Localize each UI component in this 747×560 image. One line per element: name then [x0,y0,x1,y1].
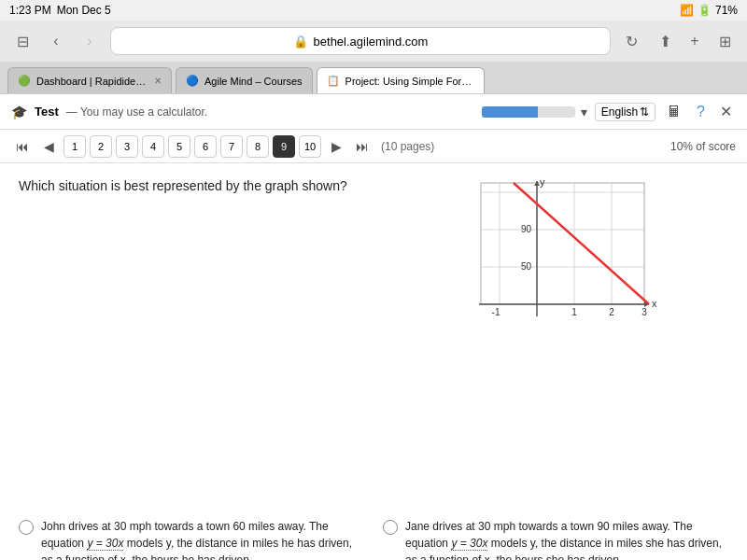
svg-rect-1 [481,183,644,304]
tabs-button[interactable]: ⊞ [712,28,738,54]
main-content: Which situation is best represented by t… [0,163,747,518]
page-btn-3[interactable]: 3 [116,135,138,158]
app-logo-icon: 🎓 [11,105,27,119]
browser-chrome: ⊟ ‹ › 🔒 bethel.agilemind.com ↻ ⬆ + ⊞ 🟢 D… [0,21,747,94]
new-tab-button[interactable]: + [682,28,708,54]
language-selector[interactable]: English ⇅ [595,103,655,121]
battery-icon: 🔋 [698,4,712,17]
tab-dashboard[interactable]: 🟢 Dashboard | Rapididentity ✕ [7,67,172,93]
x-axis-label: x [652,298,657,309]
tab-project[interactable]: 📋 Project: Using Simple Formulas Suppose… [317,67,485,93]
x-tick-2: 2 [609,307,614,317]
option-a-text: John drives at 30 mph towards a town 60 … [41,518,364,560]
progress-bar-fill [482,106,538,118]
language-text: English [601,105,638,119]
url-text: bethel.agilemind.com [314,35,429,49]
answers-grid: John drives at 30 mph towards a town 60 … [0,518,747,560]
left-panel: Which situation is best represented by t… [19,178,364,503]
tabs-bar: 🟢 Dashboard | Rapididentity ✕ 🔵 Agile Mi… [0,62,747,93]
tab-favicon-courses: 🔵 [186,75,199,87]
coordinate-graph: x y -1 1 2 3 50 90 [453,178,658,337]
tab-courses[interactable]: 🔵 Agile Mind – Courses [176,67,313,93]
option-c-text: Jane drives at 30 mph towards a town 90 … [405,518,728,560]
option-c-radio[interactable] [383,520,398,535]
back-button[interactable]: ‹ [43,28,69,54]
tab-label-dashboard: Dashboard | Rapididentity [36,76,148,87]
battery-percent: 71% [715,4,738,17]
test-sublabel: — You may use a calculator. [66,105,207,119]
page-btn-4[interactable]: 4 [142,135,164,158]
y-axis-label: y [540,178,545,188]
tab-close-dashboard[interactable]: ✕ [154,76,162,86]
tab-favicon-project: 📋 [327,75,340,87]
option-c: Jane drives at 30 mph towards a town 90 … [383,518,728,560]
page-btn-5[interactable]: 5 [168,135,190,158]
forward-button[interactable]: › [77,28,103,54]
status-bar: 1:23 PM Mon Dec 5 📶 🔋 71% [0,0,747,21]
app-bar: 🎓 Test — You may use a calculator. ▾ Eng… [0,94,747,130]
sidebar-toggle-button[interactable]: ⊟ [9,28,35,54]
next-page-button[interactable]: ▶ [325,135,347,158]
refresh-button[interactable]: ↻ [618,28,644,54]
tab-favicon-dashboard: 🟢 [18,75,31,87]
x-tick-1: 1 [571,307,577,317]
x-tick-minus1: -1 [492,307,500,317]
address-bar[interactable]: 🔒 bethel.agilemind.com [110,27,611,55]
pages-count: (10 pages) [381,140,434,153]
option-a-eq: y = 30x [87,537,123,551]
page-btn-9[interactable]: 9 [273,135,295,158]
pagination-bar: ⏮ ◀ 1 2 3 4 5 6 7 8 9 10 ▶ ⏭ (10 pages) … [0,130,747,163]
progress-container: ▾ [482,105,587,119]
tab-label-courses: Agile Mind – Courses [204,76,303,87]
y-tick-50: 50 [521,261,532,272]
x-tick-3: 3 [641,307,647,317]
option-c-eq: y = 30x [451,537,487,551]
date: Mon Dec 5 [57,4,111,17]
page-btn-1[interactable]: 1 [63,135,86,158]
option-a: John drives at 30 mph towards a town 60 … [19,518,364,560]
page-btn-6[interactable]: 6 [194,135,217,158]
wifi-icon: 📶 [680,4,694,17]
last-page-button[interactable]: ⏭ [351,135,374,158]
graph-panel: x y -1 1 2 3 50 90 [383,178,728,503]
progress-arrow-btn[interactable]: ▾ [581,105,587,119]
progress-bar-wrap [482,106,575,118]
share-button[interactable]: ⬆ [652,28,678,54]
score-text: 10% of score [670,140,736,153]
lock-icon: 🔒 [293,35,308,49]
first-page-button[interactable]: ⏮ [11,135,34,158]
help-button[interactable]: ? [693,102,709,122]
prev-page-button[interactable]: ◀ [37,135,60,158]
lang-arrow-icon: ⇅ [640,105,649,119]
page-btn-2[interactable]: 2 [90,135,112,158]
option-a-radio[interactable] [19,520,34,535]
test-label: Test [35,105,59,119]
page-btn-7[interactable]: 7 [220,135,243,158]
question-text: Which situation is best represented by t… [19,178,364,193]
time: 1:23 PM [9,4,51,17]
graph-container: x y -1 1 2 3 50 90 [383,178,728,337]
page-btn-8[interactable]: 8 [247,135,269,158]
y-tick-90: 90 [521,224,532,234]
calculator-button[interactable]: 🖩 [663,102,685,122]
tab-label-project: Project: Using Simple Formulas Suppose y… [345,76,474,87]
page-btn-10[interactable]: 10 [299,135,321,158]
close-button[interactable]: ✕ [716,101,736,122]
